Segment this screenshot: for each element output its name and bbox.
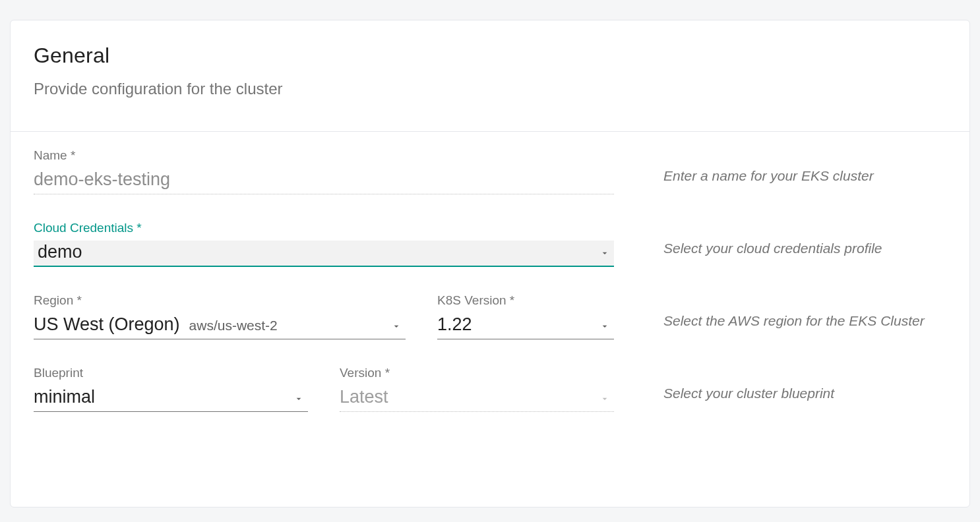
credentials-help: Select your cloud credentials profile <box>614 221 946 256</box>
region-code: aws/us-west-2 <box>189 318 278 334</box>
bp-version-value: Latest <box>340 387 388 407</box>
region-help: Select the AWS region for the EKS Cluste… <box>614 293 946 329</box>
k8s-select[interactable]: 1.22 <box>437 313 614 339</box>
credentials-value: demo <box>38 242 82 262</box>
chevron-down-icon <box>293 393 304 404</box>
bp-version-select[interactable]: Latest <box>340 386 614 412</box>
section-title: General <box>34 44 946 68</box>
section-subtitle: Provide configuration for the cluster <box>34 80 946 98</box>
region-value: US West (Oregon) <box>34 314 180 335</box>
k8s-label: K8S Version * <box>437 293 614 308</box>
field-blueprint: Blueprint minimal <box>34 366 308 413</box>
field-k8s-version: K8S Version * 1.22 <box>437 293 614 341</box>
blueprint-value: minimal <box>34 387 95 407</box>
row-region-k8s: Region * US West (Oregon) aws/us-west-2 … <box>34 293 946 341</box>
chevron-down-icon <box>599 248 610 258</box>
row-credentials: Cloud Credentials * demo Select your clo… <box>34 221 946 268</box>
field-credentials: Cloud Credentials * demo <box>34 221 614 268</box>
form-body: Name * Enter a name for your EKS cluster… <box>11 132 969 465</box>
k8s-value: 1.22 <box>437 314 472 335</box>
blueprint-select[interactable]: minimal <box>34 386 308 412</box>
name-label: Name * <box>34 148 614 163</box>
blueprint-label: Blueprint <box>34 366 308 380</box>
credentials-label: Cloud Credentials * <box>34 221 614 235</box>
field-region: Region * US West (Oregon) aws/us-west-2 <box>34 293 406 341</box>
card-header: General Provide configuration for the cl… <box>11 20 969 132</box>
region-label: Region * <box>34 293 406 308</box>
chevron-down-icon <box>599 321 610 332</box>
row-name: Name * Enter a name for your EKS cluster <box>34 148 946 196</box>
chevron-down-icon <box>391 321 402 332</box>
credentials-select[interactable]: demo <box>34 241 614 267</box>
field-bp-version: Version * Latest <box>340 366 614 413</box>
row-blueprint-version: Blueprint minimal Version * <box>34 366 946 413</box>
name-input[interactable] <box>34 168 614 194</box>
chevron-down-icon <box>599 393 610 404</box>
general-config-card: General Provide configuration for the cl… <box>10 20 970 508</box>
field-name: Name * <box>34 148 614 196</box>
name-help: Enter a name for your EKS cluster <box>614 148 946 184</box>
region-select[interactable]: US West (Oregon) aws/us-west-2 <box>34 313 406 339</box>
bp-version-label: Version * <box>340 366 614 380</box>
blueprint-help: Select your cluster blueprint <box>614 366 946 401</box>
